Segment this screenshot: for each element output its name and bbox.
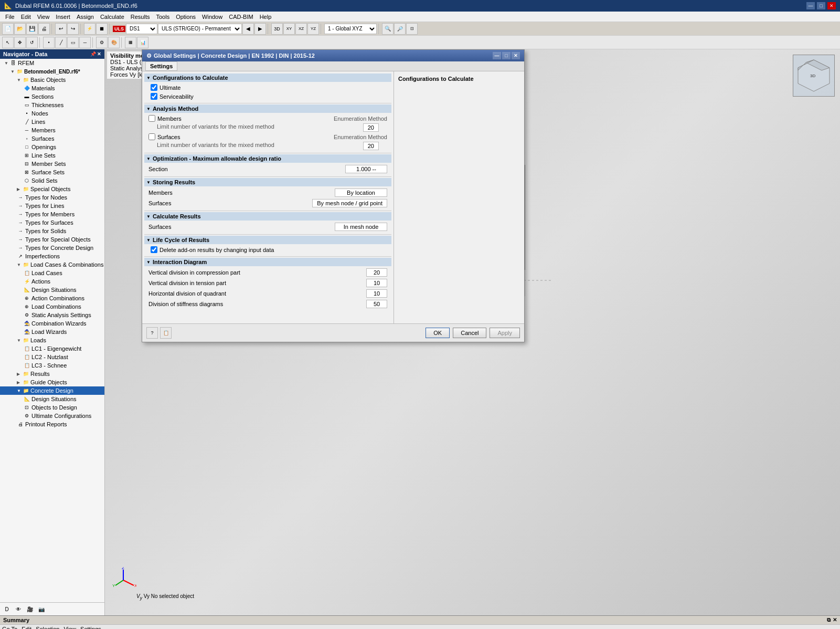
menu-item-tools[interactable]: Tools [153,12,173,22]
nav-types-concrete[interactable]: → Types for Concrete Design [0,244,104,252]
nav-solidsets[interactable]: ⬡ Solid Sets [0,176,104,185]
dialog-minimize-btn[interactable]: — [493,52,501,59]
nav-file-item[interactable]: ▼ 📁 Betonmodell_END.rf6* [0,67,104,76]
next-combo-button[interactable]: ▶ [254,23,266,35]
lifecycle-checkbox[interactable] [151,246,157,253]
collapse-results[interactable]: ▶ [17,372,22,376]
nav-membersets[interactable]: ⊟ Member Sets [0,160,104,168]
collapse-special[interactable]: ▶ [17,187,22,192]
menu-item-cad-bim[interactable]: CAD-BIM [226,12,256,22]
nav-types-solids[interactable]: → Types for Solids [0,227,104,235]
menu-item-assign[interactable]: Assign [73,12,97,22]
menu-item-results[interactable]: Results [127,12,153,22]
lifecycle-collapse-btn[interactable]: ▼ [146,238,151,243]
apply-button[interactable]: Apply [490,328,520,338]
cancel-button[interactable]: Cancel [453,328,486,338]
dialog-icon-btn-2[interactable]: 📋 [160,327,172,339]
menu-item-options[interactable]: Options [173,12,199,22]
nav-surfaces[interactable]: ▫ Surfaces [0,134,104,143]
nav-surfacesets[interactable]: ⊠ Surface Sets [0,168,104,176]
section-btn[interactable]: ▦ [125,37,136,48]
nav-members[interactable]: ─ Members [0,126,104,134]
nav-types-surfaces[interactable]: → Types for Surfaces [0,218,104,227]
nav-static-analysis[interactable]: ⚙ Static Analysis Settings [0,311,104,319]
select-button[interactable]: ↖ [2,37,14,48]
nav-close-button[interactable]: ✕ [97,51,101,57]
collapse-concrete[interactable]: ▼ [17,389,22,393]
settings-btn[interactable]: Settings [80,626,101,629]
coord-system-selector[interactable]: 1 - Global XYZ [324,24,377,34]
load-combo-detail-selector[interactable]: ULS (STR/GEO) - Permanent an... [158,24,242,34]
nav-printout-reports[interactable]: 🖨 Printout Reports [0,420,104,428]
dialog-maximize-btn[interactable]: □ [502,52,511,59]
collapse-loads[interactable]: ▼ [17,338,22,343]
dialog-icon-btn-1[interactable]: ? [146,327,158,339]
nav-loads[interactable]: ▼ 📁 Loads [0,336,104,344]
nav-ultimate-configs[interactable]: ⚙ Ultimate Configurations [0,412,104,420]
nav-basic-objects[interactable]: ▼ 📁 Basic Objects [0,76,104,84]
nav-icon-data[interactable]: D [2,604,12,614]
view-xy-button[interactable]: XY [283,23,295,35]
new-button[interactable]: 📄 [2,23,14,35]
display-settings-button[interactable]: ⚙ [96,37,108,48]
nav-types-members[interactable]: → Types for Members [0,210,104,218]
nav-action-combos[interactable]: ⊕ Action Combinations [0,294,104,302]
nav-nodes[interactable]: • Nodes [0,109,104,118]
nav-icon-display[interactable]: 👁 [14,604,23,614]
view-xz-button[interactable]: XZ [295,23,307,35]
nav-lc3[interactable]: 📋 LC3 - Schnee [0,361,104,370]
line-button[interactable]: ╱ [55,37,67,48]
selection-btn[interactable]: Selection [36,626,59,629]
surfaces-checkbox[interactable] [148,133,155,140]
nav-actions[interactable]: ⚡ Actions [0,277,104,286]
nav-imperfections[interactable]: ↗ Imperfections [0,252,104,260]
result-btn[interactable]: 📊 [137,37,148,48]
fit-button[interactable]: ⊡ [406,23,418,35]
opt-collapse-btn[interactable]: ▼ [146,156,151,161]
nav-guide-objects[interactable]: ▶ 📁 Guide Objects [0,378,104,386]
edit-btn[interactable]: Edit [22,626,31,629]
nav-pin-button[interactable]: 📌 [90,51,96,57]
collapse-basic[interactable]: ▼ [17,78,22,82]
members-checkbox[interactable] [148,115,155,122]
nav-lines[interactable]: ╱ Lines [0,118,104,126]
menu-item-file[interactable]: File [2,12,18,22]
save-button[interactable]: 💾 [26,23,38,35]
nav-lc2[interactable]: 📋 LC2 - Nutzlast [0,353,104,361]
nav-design-situations[interactable]: 📐 Design Situations [0,286,104,294]
dialog-close-btn[interactable]: ✕ [512,52,520,59]
nav-lc1[interactable]: 📋 LC1 - Eigengewicht [0,344,104,353]
redo-button[interactable]: ↪ [67,23,79,35]
summary-close-btn[interactable]: ✕ [833,617,837,623]
menu-item-insert[interactable]: Insert [52,12,73,22]
nav-load-cases[interactable]: 📋 Load Cases [0,269,104,277]
move-button[interactable]: ✥ [14,37,26,48]
menu-item-calculate[interactable]: Calculate [97,12,127,22]
menu-item-edit[interactable]: Edit [18,12,34,22]
nav-results[interactable]: ▶ 📁 Results [0,370,104,378]
calculate-button[interactable]: ⚡ [84,23,95,35]
summary-float-btn[interactable]: ⧉ [827,617,831,623]
nav-concrete-design[interactable]: ▼ 📁 Concrete Design [0,386,104,395]
member-button[interactable]: ─ [79,37,91,48]
nav-openings[interactable]: □ Openings [0,143,104,151]
nav-materials[interactable]: 🔷 Materials [0,84,104,92]
nav-icon-view[interactable]: 🎥 [25,604,35,614]
analysis-collapse-btn[interactable]: ▼ [146,107,151,111]
nav-load-cases-combos[interactable]: ▼ 📁 Load Cases & Combinations [0,260,104,269]
view-yz-button[interactable]: YZ [307,23,319,35]
menu-item-window[interactable]: Window [199,12,226,22]
nav-types-special[interactable]: → Types for Special Objects [0,235,104,244]
nav-types-lines[interactable]: → Types for Lines [0,202,104,210]
minimize-button[interactable]: — [806,2,815,9]
nav-thicknesses[interactable]: ▭ Thicknesses [0,101,104,109]
close-button[interactable]: ✕ [827,2,836,9]
color-button[interactable]: 🎨 [108,37,120,48]
menu-item-view[interactable]: View [34,12,53,22]
nav-design-situations-cd[interactable]: 📐 Design Situations [0,395,104,403]
nav-objects-to-design[interactable]: ⊡ Objects to Design [0,403,104,412]
zoom-out-button[interactable]: 🔎 [394,23,406,35]
menu-item-help[interactable]: Help [257,12,275,22]
undo-button[interactable]: ↩ [55,23,67,35]
open-button[interactable]: 📂 [14,23,26,35]
